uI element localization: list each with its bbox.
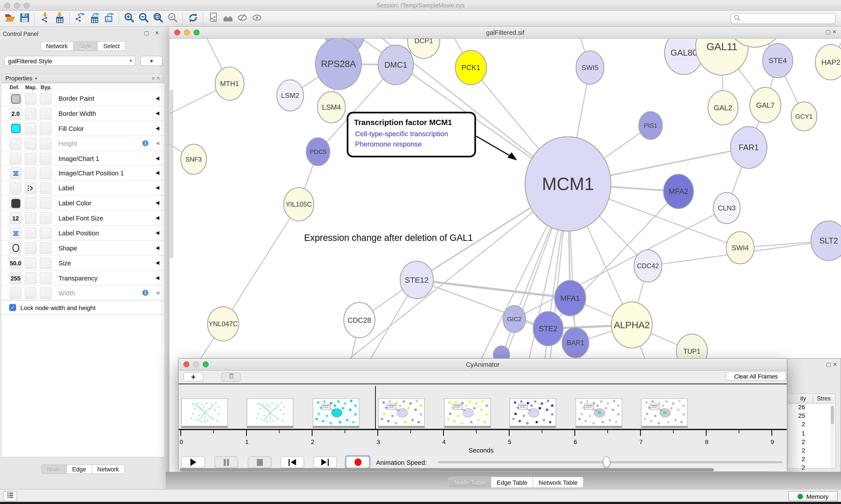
tab-select[interactable]: Select — [98, 41, 125, 51]
import-network-button[interactable] — [37, 12, 52, 25]
expand-arrow-icon[interactable]: ◀ — [156, 275, 159, 280]
node-mfa2[interactable]: MFA2 — [663, 174, 693, 209]
tab-style[interactable]: Style — [74, 41, 98, 51]
collapse-all-icon[interactable]: « — [156, 77, 162, 80]
default-value-cell[interactable] — [10, 152, 21, 164]
property-row-border-paint[interactable]: Border Paint◀ — [2, 91, 164, 106]
expand-arrow-icon[interactable]: ◀ — [156, 215, 159, 220]
node-swi4[interactable]: SWI4 — [726, 232, 754, 264]
property-row-height[interactable]: Height◀ — [2, 136, 164, 151]
node-gal2[interactable]: GAL2 — [708, 91, 738, 125]
refresh-button[interactable] — [185, 12, 200, 25]
hide-details-button[interactable] — [235, 12, 249, 25]
node-dcp1[interactable]: DCP1 — [408, 38, 440, 58]
node-ste2[interactable]: STE2 — [533, 311, 563, 346]
bypass-cell[interactable] — [40, 257, 52, 269]
node-ste4[interactable]: STE4 — [763, 43, 793, 78]
panel-tab-node[interactable]: Node — [41, 464, 67, 474]
bypass-cell[interactable] — [40, 123, 52, 134]
default-value-cell[interactable] — [10, 242, 21, 254]
property-row-fill-color[interactable]: Fill Color◀ — [2, 121, 164, 136]
table-tab-network-table[interactable]: Network Table — [533, 476, 584, 488]
style-options-button[interactable]: ▼ — [141, 56, 162, 66]
network-window-dock-icons[interactable]: ▢ ✕ — [826, 29, 837, 35]
default-value-cell[interactable]: 2.0 — [10, 108, 21, 120]
node-mcm1[interactable]: MCM1 — [525, 137, 611, 231]
timeline-horizontal-scrollbar[interactable] — [179, 468, 787, 471]
expand-arrow-icon[interactable]: ◀ — [156, 170, 159, 175]
property-row-image-chart-position-1[interactable]: Image/Chart Position 1◀ — [2, 166, 164, 181]
properties-header[interactable]: Properties ▾ » « — [2, 74, 164, 83]
bypass-cell[interactable] — [40, 272, 52, 284]
property-row-label[interactable]: Label◀ — [2, 181, 164, 196]
node-alpha2[interactable]: ALPHA2 — [611, 302, 652, 348]
zoom-fit-button[interactable] — [151, 12, 165, 25]
expand-arrow-icon[interactable]: ◀ — [156, 140, 159, 146]
mapping-cell[interactable] — [25, 227, 37, 239]
table-tab-edge-table[interactable]: Edge Table — [491, 476, 533, 488]
mapping-cell[interactable] — [25, 242, 37, 254]
mapping-cell[interactable] — [25, 197, 37, 209]
table-col-centrality[interactable]: ity — [787, 395, 806, 401]
save-session-button[interactable] — [17, 12, 32, 25]
play-button[interactable] — [181, 456, 205, 468]
default-value-cell[interactable] — [10, 197, 21, 209]
node-cdc42[interactable]: CDC42 — [634, 250, 662, 282]
node-mth1[interactable]: MTH1 — [215, 67, 244, 100]
mapping-cell[interactable] — [25, 93, 37, 105]
table-row[interactable]: 2 — [787, 456, 835, 465]
bypass-cell[interactable] — [40, 152, 52, 164]
node-hap2[interactable]: HAP2 — [815, 44, 841, 80]
export-table-button[interactable] — [87, 12, 102, 25]
default-value-cell[interactable]: 255 — [10, 272, 21, 284]
info-icon[interactable] — [142, 139, 149, 147]
table-row[interactable]: 25 — [787, 413, 835, 421]
go-to-start-button[interactable] — [281, 456, 304, 468]
node-bar1[interactable]: BAR1 — [562, 327, 589, 358]
table-row[interactable]: 1 — [787, 430, 835, 438]
table-row[interactable]: 26 — [787, 404, 835, 413]
zoom-out-button[interactable] — [136, 12, 151, 25]
annotation-link[interactable]: Pheromone response — [355, 140, 422, 148]
default-value-cell[interactable] — [10, 182, 21, 194]
property-row-label-font-size[interactable]: 12Label Font Size◀ — [2, 211, 164, 226]
node-pis1[interactable]: PIS1 — [639, 111, 662, 139]
import-table-button[interactable] — [52, 12, 67, 25]
expand-arrow-icon[interactable]: ◀ — [156, 200, 159, 205]
expand-arrow-icon[interactable]: ◀ — [156, 245, 159, 250]
bypass-cell[interactable] — [40, 182, 52, 194]
mapping-cell[interactable] — [25, 138, 37, 149]
default-value-cell[interactable]: 12 — [10, 212, 21, 224]
bypass-cell[interactable] — [40, 197, 52, 209]
node-slt2[interactable]: SLT2 — [811, 221, 841, 260]
expand-arrow-icon[interactable]: ◀ — [156, 155, 159, 161]
node-mfa1[interactable]: MFA1 — [555, 281, 586, 316]
zoom-selected-button[interactable] — [165, 12, 180, 25]
mapping-cell[interactable] — [25, 212, 37, 224]
node-pdc5[interactable]: PDC5 — [306, 138, 330, 165]
table-panel-dock-icons[interactable]: ▢ ✕ — [826, 361, 837, 367]
table-header-row[interactable]: ity Stres — [787, 394, 835, 404]
node-gal7[interactable]: GAL7 — [750, 87, 781, 123]
network-window-titlebar[interactable]: galFiltered.sif ▢ ✕ — [169, 27, 841, 38]
bypass-cell[interactable] — [40, 167, 52, 179]
mapping-cell[interactable] — [25, 152, 37, 164]
node-far1[interactable]: FAR1 — [731, 127, 767, 168]
default-value-cell[interactable] — [10, 138, 21, 149]
mapping-cell[interactable] — [25, 287, 37, 299]
bypass-cell[interactable] — [40, 287, 52, 299]
expand-arrow-icon[interactable]: ◀ — [156, 125, 159, 131]
mapping-cell[interactable] — [25, 108, 37, 120]
expand-arrow-icon[interactable]: ◀ — [156, 110, 159, 115]
mapping-cell[interactable] — [25, 272, 37, 284]
property-row-border-width[interactable]: 2.0Border Width◀ — [2, 106, 164, 121]
table-row[interactable]: 2 — [787, 421, 835, 430]
export-network-button[interactable] — [72, 12, 87, 25]
style-selector[interactable]: galFiltered Style▾ — [4, 56, 136, 66]
timeline-ruler[interactable]: 0123456789Seconds — [179, 384, 787, 455]
cyanimator-titlebar[interactable]: CyAnimator — [179, 359, 787, 371]
node-ste12[interactable]: STE12 — [400, 261, 433, 299]
table-vertical-scrollbar[interactable] — [830, 405, 835, 468]
bypass-cell[interactable] — [40, 212, 52, 224]
node-gic2[interactable]: GIC2 — [503, 306, 526, 332]
